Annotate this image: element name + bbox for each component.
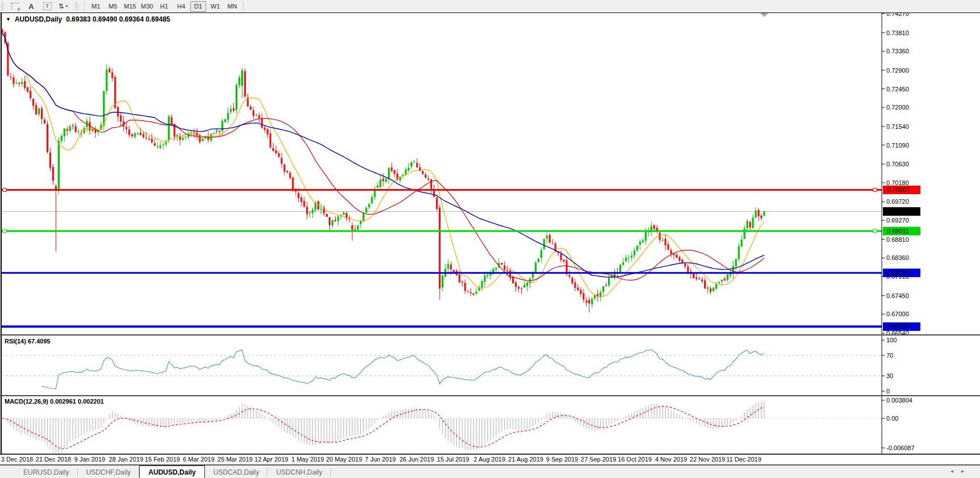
price-tick-label: 0.72450: [886, 86, 909, 93]
date-label: 21 Dec 2018: [36, 456, 71, 463]
date-label: 28 Jan 2019: [109, 456, 144, 463]
date-label: 4 Nov 2019: [655, 456, 687, 463]
timeframe-mn-button[interactable]: MN: [224, 1, 240, 12]
price-tick-label: 0.73360: [886, 48, 909, 54]
macd-background: [0, 396, 980, 455]
date-label: 25 Mar 2019: [217, 456, 253, 463]
macd-tick-label: 0.003804: [886, 397, 912, 404]
line-handle[interactable]: [873, 188, 877, 191]
line-handle[interactable]: [3, 188, 6, 191]
line-studies-toolbar: AT⇅▾: [7, 1, 71, 12]
date-label: 7 Jun 2019: [365, 456, 396, 463]
date-label: 15 Jul 2019: [437, 456, 470, 463]
line-handle[interactable]: [3, 229, 6, 233]
price-line-badge: 0.69011: [883, 227, 920, 236]
price-tick-label: 0.71540: [886, 123, 909, 130]
line-handle[interactable]: [873, 229, 877, 233]
timeframe-w1-button[interactable]: W1: [207, 1, 223, 12]
chart-symbol-label: AUDUSD,Daily: [15, 15, 62, 23]
chart-shift-marker-icon[interactable]: [760, 13, 768, 17]
date-label: 22 Nov 2019: [690, 456, 725, 463]
price-tick-label: 0.72000: [886, 104, 909, 111]
timeframe-m15-button[interactable]: M15: [122, 1, 138, 12]
price-tick-label: 0.67000: [886, 311, 909, 317]
svg-text:0.69011: 0.69011: [887, 228, 909, 234]
price-line-badge: 0.66700: [883, 322, 920, 331]
timeframe-d1-button[interactable]: D1: [190, 1, 206, 12]
timeframe-m1-button[interactable]: M1: [88, 1, 104, 12]
rsi-tick-label: 100: [886, 337, 897, 343]
tab-scroll-arrows: ◂▸: [950, 468, 972, 474]
date-label: 15 Feb 2019: [145, 456, 180, 463]
chart-title: ▼ AUDUSD,Daily 0.69383 0.69490 0.69364 0…: [6, 15, 170, 23]
svg-text:0.69485: 0.69485: [887, 208, 910, 215]
rsi-tick-label: 70: [886, 352, 893, 359]
tab-usdcnh-daily[interactable]: USDCNH,Daily: [267, 466, 330, 478]
text-icon: A: [28, 2, 33, 11]
toolbar-grip[interactable]: [1, 2, 5, 10]
toolbar-separator: [84, 1, 85, 11]
tab-eurusd-daily[interactable]: EURUSD,Daily: [15, 466, 78, 478]
price-tick-label: 0.71090: [886, 142, 909, 149]
price-tick-label: 0.68360: [886, 254, 909, 261]
chart-tab-bar: EURUSD,DailyUSDCHF,DailyAUDUSD,DailyUSDC…: [0, 464, 980, 478]
text-tool-button[interactable]: A: [24, 1, 39, 12]
date-label: 20 May 2019: [326, 456, 362, 463]
chart-collapse-caret[interactable]: ▼: [6, 16, 11, 22]
chart-background: [0, 12, 980, 336]
toolbar: AT⇅▾ M1M5M15M30H1H4D1W1MN: [0, 0, 980, 13]
date-label: 9 Sep 2019: [546, 456, 578, 463]
timeframe-toolbar-grip[interactable]: [76, 2, 79, 10]
timeframe-h4-button[interactable]: H4: [173, 1, 189, 12]
timeframe-m30-button[interactable]: M30: [139, 1, 155, 12]
macd-label: MACD(12,26,9) 0.002961 0.002201: [5, 398, 104, 405]
macd-indicator-pane[interactable]: 0.0038040.00-0.006087: [0, 396, 980, 455]
tab-usdchf-daily[interactable]: USDCHF,Daily: [78, 466, 140, 478]
date-label: 26 Jun 2019: [400, 456, 434, 463]
current-price-badge: 0.69485: [883, 207, 920, 216]
svg-text:0.66700: 0.66700: [887, 323, 910, 330]
date-label: 16 Oct 2019: [618, 456, 652, 463]
macd-tick-label: -0.006087: [886, 445, 915, 451]
date-label: 2 Aug 2019: [474, 456, 505, 463]
price-chart-pane[interactable]: 0.742700.738100.733600.729000.724500.720…: [0, 12, 980, 336]
scroll-left-icon[interactable]: ◂: [950, 468, 961, 474]
price-tick-label: 0.72900: [886, 67, 909, 74]
price-line-badge: 0.68000: [883, 269, 920, 277]
price-tick-label: 0.68810: [886, 236, 909, 243]
price-tick-label: 0.74270: [886, 12, 909, 17]
scroll-right-icon[interactable]: ▸: [961, 468, 972, 474]
rsi-indicator-pane[interactable]: 10070300: [0, 336, 980, 396]
date-label: 11 Dec 2019: [726, 456, 761, 463]
rsi-tick-label: 30: [886, 372, 893, 379]
date-label: 9 Jan 2019: [74, 456, 105, 463]
price-tick-label: 0.73810: [886, 30, 909, 36]
arrows-icon: ⇅: [58, 2, 64, 10]
macd-tick-label: 0.00: [886, 415, 898, 422]
date-label: 27 Sep 2019: [581, 456, 616, 463]
chevron-down-icon[interactable]: ▾: [66, 4, 68, 9]
arrows-tool-button[interactable]: ⇅▾: [56, 1, 70, 12]
chart-ohlc-values: 0.69383 0.69490 0.69364 0.69485: [66, 15, 170, 23]
fibonacci-tool-button[interactable]: [8, 1, 23, 12]
svg-text:0.70007: 0.70007: [887, 186, 910, 193]
rsi-tick-label: 0: [886, 388, 890, 395]
price-line-badge: 0.70007: [883, 186, 920, 194]
timeframe-m5-button[interactable]: M5: [105, 1, 121, 12]
date-label: 12 Apr 2019: [254, 456, 288, 463]
timeframe-h1-button[interactable]: H1: [156, 1, 172, 12]
price-tick-label: 0.69270: [886, 217, 909, 224]
tab-usdcad-daily[interactable]: USDCAD,Daily: [205, 466, 268, 478]
tab-divider: [330, 468, 331, 476]
date-label: 1 May 2019: [291, 456, 324, 463]
date-axis[interactable]: 3 Dec 201821 Dec 20189 Jan 201928 Jan 20…: [0, 455, 980, 464]
svg-text:0.68000: 0.68000: [887, 270, 910, 276]
text-label-tool-button[interactable]: T: [40, 1, 55, 12]
date-label: 21 Aug 2019: [508, 456, 543, 463]
text-label-icon: T: [43, 2, 52, 10]
price-tick-label: 0.67450: [886, 292, 909, 299]
tab-audusd-daily[interactable]: AUDUSD,Daily: [139, 466, 204, 478]
rsi-label: RSI(14) 67.4095: [5, 338, 51, 345]
mt4-window: AT⇅▾ M1M5M15M30H1H4D1W1MN 0.742700.73810…: [0, 0, 980, 478]
price-tick-label: 0.70630: [886, 161, 909, 167]
